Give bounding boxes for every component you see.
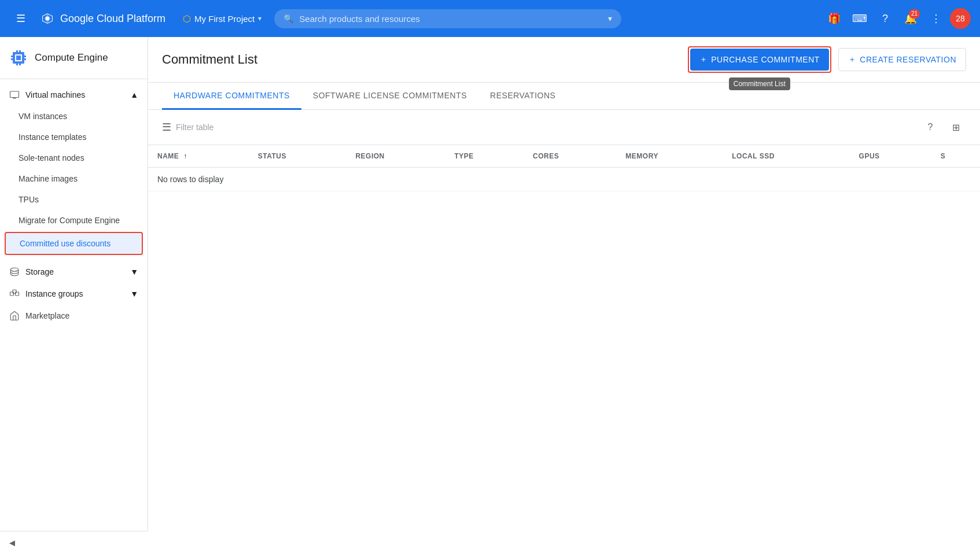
toolbar-icons: ? ⊞: [920, 117, 966, 138]
no-rows-row: No rows to display: [148, 168, 980, 191]
storage-expand-icon: ▼: [130, 267, 138, 276]
sidebar-item-machine-images[interactable]: Machine images: [0, 168, 148, 189]
svg-point-16: [10, 268, 19, 271]
main-content: Commitment List ＋ PURCHASE COMMITMENT Co…: [148, 37, 980, 554]
vm-icon: [9, 90, 20, 100]
tab-software-license-commitments[interactable]: SOFTWARE LICENSE COMMITMENTS: [301, 83, 478, 110]
page-title: Commitment List: [162, 52, 257, 67]
commitments-table: Name ↑ Status Region Type: [148, 145, 980, 191]
column-options-button[interactable]: ⊞: [945, 117, 966, 138]
commitment-list-tooltip: Commitment List: [729, 77, 790, 90]
sidebar-section-vms: Virtual machines ▲ VM instances Instance…: [0, 79, 148, 261]
marketplace-icon: [9, 311, 20, 321]
col-region: Region: [346, 145, 445, 168]
brand-name: Google Cloud Platform: [60, 13, 165, 25]
project-selector[interactable]: ⬡ My First Project ▾: [177, 10, 267, 28]
tab-reservations[interactable]: RESERVATIONS: [478, 83, 567, 110]
svg-rect-12: [19, 64, 21, 65]
search-bar[interactable]: 🔍 ▾: [274, 9, 621, 28]
project-name: My First Project: [194, 14, 255, 24]
columns-icon: ⊞: [952, 122, 960, 133]
filter-input[interactable]: [176, 123, 915, 132]
col-type: Type: [445, 145, 524, 168]
gcp-logo-icon: [39, 10, 56, 27]
svg-rect-4: [16, 56, 21, 60]
more-options-button[interactable]: ⋮: [924, 7, 948, 30]
gift-icon-button[interactable]: 🎁: [823, 7, 846, 30]
user-avatar[interactable]: 28: [950, 8, 971, 29]
sidebar-item-committed-use-discounts[interactable]: Committed use discounts: [5, 232, 143, 255]
help-icon: ?: [882, 13, 888, 25]
sidebar-item-migrate-compute[interactable]: Migrate for Compute Engine: [0, 210, 148, 231]
sidebar-item-sole-tenant-nodes[interactable]: Sole-tenant nodes: [0, 147, 148, 168]
col-cores: Cores: [524, 145, 616, 168]
project-icon: ⬡: [183, 13, 191, 24]
notifications-button[interactable]: 🔔 21: [899, 7, 922, 30]
sidebar-header: Compute Engine: [0, 37, 148, 79]
sidebar-item-virtual-machines[interactable]: Virtual machines ▲: [0, 84, 148, 106]
sidebar-item-tpus[interactable]: TPUs: [0, 189, 148, 210]
virtual-machines-label: Virtual machines: [25, 90, 85, 99]
col-memory: Memory: [616, 145, 723, 168]
top-navigation: ☰ Google Cloud Platform ⬡ My First Proje…: [0, 0, 980, 37]
table-toolbar: ☰ ? ⊞: [148, 110, 980, 145]
svg-rect-7: [24, 56, 26, 57]
search-input[interactable]: [299, 14, 602, 24]
filter-icon: ☰: [162, 121, 171, 134]
instance-groups-expand-icon: ▼: [130, 289, 138, 298]
sidebar-item-instance-groups[interactable]: Instance groups ▼: [0, 283, 148, 305]
sidebar-collapse-button[interactable]: ◀: [0, 531, 148, 554]
expand-icon: ▲: [130, 90, 138, 99]
tabs-bar: HARDWARE COMMITMENTS SOFTWARE LICENSE CO…: [148, 83, 980, 110]
svg-rect-11: [16, 64, 18, 65]
search-icon: 🔍: [283, 14, 293, 23]
sidebar-item-vm-instances[interactable]: VM instances: [0, 106, 148, 127]
cloud-shell-button[interactable]: ⌨: [848, 7, 871, 30]
storage-icon: [9, 267, 20, 277]
data-table-container: Name ↑ Status Region Type: [148, 145, 980, 191]
svg-rect-6: [11, 58, 13, 60]
project-dropdown-icon: ▾: [258, 14, 261, 23]
compute-engine-icon: [9, 49, 28, 67]
instance-groups-icon: [9, 289, 20, 299]
help-button[interactable]: ?: [874, 7, 897, 30]
svg-rect-8: [24, 58, 26, 60]
purchase-commitment-button[interactable]: ＋ PURCHASE COMMITMENT: [690, 49, 829, 71]
svg-rect-19: [13, 290, 16, 293]
help-circle-icon: ?: [928, 122, 933, 132]
table-help-button[interactable]: ?: [920, 117, 941, 138]
col-name: Name ↑: [148, 145, 249, 168]
col-s: S: [931, 145, 980, 168]
svg-rect-10: [19, 50, 21, 52]
nav-icon-group: 🎁 ⌨ ? 🔔 21 ⋮ 28: [823, 7, 971, 30]
create-reservation-button[interactable]: ＋ CREATE RESERVATION: [838, 48, 966, 71]
col-gpus: GPUs: [850, 145, 931, 168]
table-header-row: Name ↑ Status Region Type: [148, 145, 980, 168]
app-body: Compute Engine Virtual machines ▲ VM ins…: [0, 37, 980, 554]
svg-rect-18: [16, 292, 19, 296]
cloud-shell-icon: ⌨: [852, 12, 867, 25]
notification-badge: 21: [909, 9, 920, 19]
sidebar-item-storage[interactable]: Storage ▼: [0, 261, 148, 283]
hamburger-menu-button[interactable]: ☰: [9, 7, 32, 30]
tab-hardware-commitments[interactable]: HARDWARE COMMITMENTS: [162, 83, 301, 110]
page-header: Commitment List ＋ PURCHASE COMMITMENT Co…: [148, 37, 980, 83]
col-local-ssd: Local SSD: [723, 145, 849, 168]
sidebar-item-marketplace[interactable]: Marketplace: [0, 305, 148, 327]
reservation-plus-icon: ＋: [848, 54, 857, 65]
search-expand-icon: ▾: [608, 14, 612, 23]
svg-rect-17: [10, 292, 14, 296]
sort-icon-name[interactable]: ↑: [183, 152, 187, 160]
col-status: Status: [249, 145, 347, 168]
svg-point-1: [46, 17, 50, 21]
svg-rect-13: [10, 91, 19, 98]
sidebar-header-title: Compute Engine: [35, 52, 108, 64]
gift-icon: 🎁: [828, 12, 841, 25]
more-options-icon: ⋮: [931, 12, 941, 25]
svg-rect-9: [16, 50, 18, 52]
header-actions: ＋ PURCHASE COMMITMENT Commitment List ＋ …: [688, 46, 966, 73]
purchase-commitment-container: ＋ PURCHASE COMMITMENT Commitment List: [688, 46, 831, 73]
plus-icon: ＋: [699, 54, 708, 65]
no-rows-message: No rows to display: [148, 168, 980, 191]
sidebar-item-instance-templates[interactable]: Instance templates: [0, 127, 148, 147]
